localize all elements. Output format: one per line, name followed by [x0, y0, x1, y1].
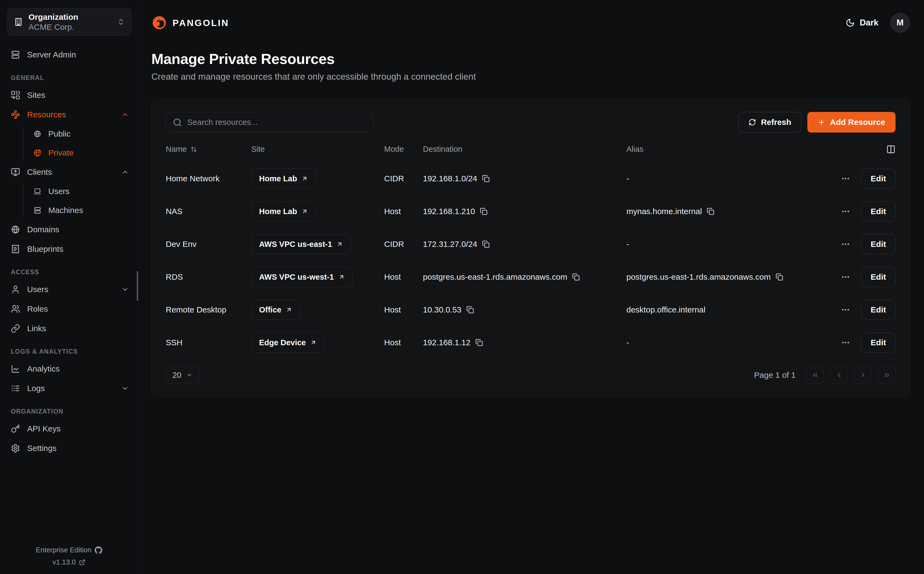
sidebar-item-label: Public [48, 129, 71, 139]
arrow-up-right-icon [336, 241, 343, 248]
copy-alias-button[interactable] [775, 273, 783, 281]
sidebar-item-label: Users [48, 187, 70, 196]
edit-button[interactable]: Edit [861, 201, 896, 221]
sidebar-item-sites[interactable]: Sites [11, 87, 129, 103]
row-menu-button[interactable] [841, 338, 850, 347]
sidebar-item-server-admin[interactable]: Server Admin [11, 47, 129, 63]
cell-alias: - [627, 338, 814, 347]
copy-destination-button[interactable] [572, 273, 580, 281]
sidebar-sublist: Public Private [23, 126, 129, 161]
sidebar-item-logs[interactable]: Logs [11, 380, 129, 396]
page-title: Manage Private Resources [151, 50, 910, 67]
site-link-aws-vpc-us-west-1[interactable]: AWS VPC us-west-1 [251, 267, 353, 287]
site-link-aws-vpc-us-east-1[interactable]: AWS VPC us-east-1 [251, 234, 351, 254]
top-bar: PANGOLIN Dark M [151, 12, 910, 34]
cell-destination: 10.30.0.53 [423, 305, 627, 314]
chevron-down-icon [121, 285, 129, 293]
org-selector-label: Organization [28, 12, 112, 22]
sidebar-item-api-keys[interactable]: API Keys [11, 421, 129, 437]
sidebar-item-links[interactable]: Links [11, 320, 129, 337]
sidebar-item-private[interactable]: Private [34, 145, 129, 161]
brand-link[interactable]: PANGOLIN [151, 15, 229, 31]
page-size-select[interactable]: 20 [166, 367, 199, 383]
copy-alias-button[interactable] [707, 208, 714, 215]
theme-toggle-button[interactable]: Dark [846, 18, 878, 28]
user-icon [11, 285, 20, 294]
column-visibility-button[interactable] [886, 145, 896, 154]
next-page-button[interactable] [854, 367, 872, 383]
copy-destination-button[interactable] [466, 306, 474, 314]
edit-button[interactable]: Edit [861, 267, 896, 287]
version-link[interactable]: v1.13.0 [0, 558, 138, 566]
copy-icon [466, 306, 474, 314]
table-row-ssh: SSH Edge Device Host 192.168.1.12 - Edit [166, 326, 896, 359]
edit-button[interactable]: Edit [861, 333, 896, 353]
sidebar-item-analytics[interactable]: Analytics [11, 361, 129, 377]
cell-mode: Host [384, 338, 423, 347]
chevron-up-icon [121, 111, 129, 118]
sidebar-item-resources[interactable]: Resources [11, 107, 129, 123]
sidebar-item-label: Domains [27, 225, 59, 234]
copy-icon [475, 339, 483, 346]
sidebar-section-label: LOGS & ANALYTICS [11, 348, 129, 355]
cell-destination: 192.168.1.0/24 [423, 174, 627, 183]
column-header-name[interactable]: Name [166, 145, 251, 154]
github-icon [95, 546, 102, 554]
copy-destination-button[interactable] [480, 208, 487, 215]
search-input[interactable] [166, 112, 373, 132]
site-link-home-lab[interactable]: Home Lab [251, 169, 316, 189]
arrow-up-right-icon [301, 175, 308, 182]
cell-alias: - [627, 174, 814, 183]
add-resource-button[interactable]: Add Resource [807, 112, 896, 132]
cell-mode: CIDR [384, 174, 423, 183]
edition-link[interactable]: Enterprise Edition [0, 546, 138, 554]
row-menu-button[interactable] [841, 240, 850, 249]
sidebar-item-settings[interactable]: Settings [11, 440, 129, 456]
sidebar-item-domains[interactable]: Domains [11, 221, 129, 238]
sidebar-nav: Server Admin GENERAL Sites Resources Pub… [0, 47, 138, 542]
sidebar-item-blueprints[interactable]: Blueprints [11, 241, 129, 257]
brand-name: PANGOLIN [172, 17, 229, 28]
refresh-button[interactable]: Refresh [739, 112, 801, 132]
sidebar-item-users[interactable]: Users [34, 183, 129, 199]
sidebar-scrollbar[interactable] [137, 271, 138, 301]
arrow-up-right-icon [310, 339, 316, 346]
row-menu-button[interactable] [841, 207, 850, 216]
row-menu-button[interactable] [841, 305, 850, 314]
sidebar-item-label: Blueprints [27, 244, 63, 254]
org-selector[interactable]: Organization ACME Corp. [7, 8, 131, 36]
avatar[interactable]: M [890, 13, 910, 33]
edit-button[interactable]: Edit [861, 169, 896, 189]
site-link-edge-device[interactable]: Edge Device [251, 333, 324, 353]
site-link-office[interactable]: Office [251, 300, 300, 320]
first-page-button[interactable] [807, 367, 824, 383]
sidebar-item-clients[interactable]: Clients [11, 164, 129, 180]
sidebar-item-public[interactable]: Public [34, 126, 129, 142]
ellipsis-icon [841, 207, 850, 216]
table-header-row: Name Site Mode Destination Alias [166, 136, 896, 162]
prev-page-button[interactable] [831, 367, 848, 383]
edit-button[interactable]: Edit [861, 234, 896, 254]
copy-destination-button[interactable] [482, 240, 490, 248]
copy-destination-button[interactable] [475, 339, 483, 346]
last-page-button[interactable] [878, 367, 896, 383]
edit-button[interactable]: Edit [861, 300, 896, 320]
globe-lock-icon [34, 149, 41, 157]
sidebar-section-label: ORGANIZATION [11, 408, 129, 415]
sidebar-item-users[interactable]: Users [11, 281, 129, 298]
settings-icon [11, 444, 20, 453]
chevron-right-icon [859, 371, 867, 379]
monitor-up-icon [11, 167, 20, 177]
column-header-site: Site [251, 145, 384, 154]
row-menu-button[interactable] [841, 174, 850, 183]
sidebar-item-roles[interactable]: Roles [11, 301, 129, 317]
site-link-home-lab[interactable]: Home Lab [251, 201, 316, 221]
table-row-dev-env: Dev Env AWS VPC us-east-1 CIDR 172.31.27… [166, 228, 896, 261]
row-menu-button[interactable] [841, 272, 850, 282]
arrow-up-down-icon [190, 146, 197, 153]
sidebar-item-label: Clients [27, 167, 52, 177]
sidebar-item-machines[interactable]: Machines [34, 202, 129, 218]
sidebar-item-label: API Keys [27, 424, 60, 433]
copy-destination-button[interactable] [482, 175, 490, 182]
sidebar-item-label: Roles [27, 304, 48, 314]
